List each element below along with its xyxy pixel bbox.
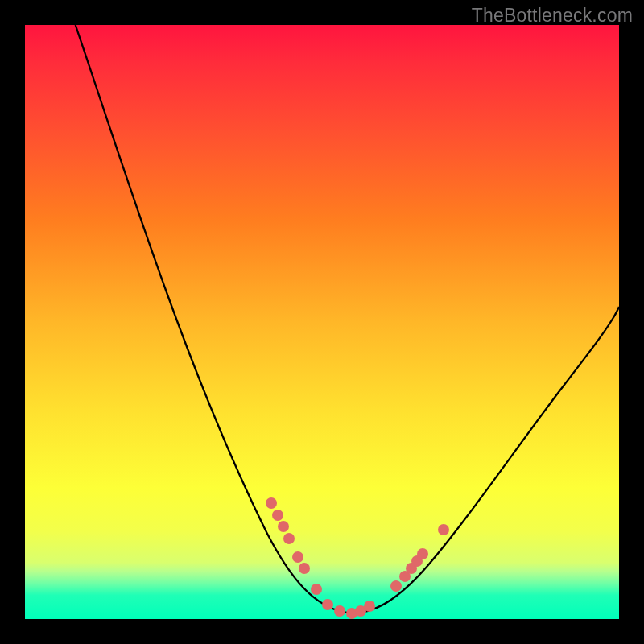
highlight-points xyxy=(266,497,449,619)
svg-point-11 xyxy=(364,601,375,612)
svg-point-0 xyxy=(266,497,277,509)
bottleneck-curve xyxy=(76,25,619,613)
chart-frame: TheBottleneck.com xyxy=(0,0,644,644)
svg-point-3 xyxy=(283,533,295,544)
svg-point-12 xyxy=(390,580,402,592)
svg-point-16 xyxy=(417,548,428,559)
svg-point-6 xyxy=(311,584,322,595)
svg-point-2 xyxy=(278,521,289,532)
watermark-text: TheBottleneck.com xyxy=(472,5,633,27)
svg-point-7 xyxy=(322,599,333,610)
chart-svg xyxy=(25,25,619,619)
svg-point-1 xyxy=(272,510,283,521)
svg-point-8 xyxy=(334,605,345,617)
plot-area xyxy=(25,25,619,619)
svg-point-5 xyxy=(299,563,310,574)
svg-point-4 xyxy=(292,551,303,563)
svg-point-17 xyxy=(438,524,449,535)
